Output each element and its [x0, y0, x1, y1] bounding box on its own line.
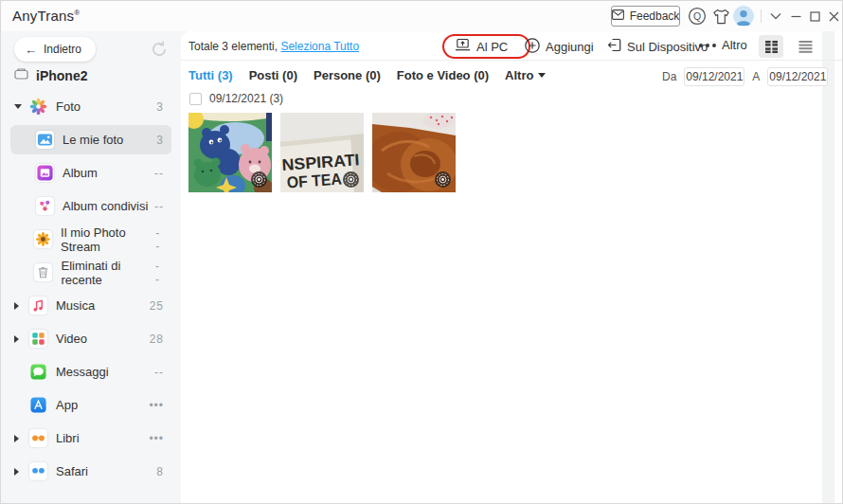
item-count: ••• [149, 432, 164, 445]
live-photo-icon [435, 171, 451, 188]
photos-app-icon [29, 98, 47, 116]
sidebar-item-label: Le mie foto [63, 133, 123, 147]
sidebar-item-messaggi[interactable]: Messaggi -- [1, 355, 181, 388]
sidebar-item-libri[interactable]: Libri ••• [1, 422, 181, 455]
tab-altro-label: Altro [505, 68, 533, 82]
more-label: Altro [722, 38, 747, 52]
main-toolbar: Totale 3 elementi, Seleziona Tutto Al PC… [181, 31, 842, 61]
feedback-button[interactable]: Feedback [611, 6, 680, 27]
select-all-link[interactable]: Seleziona Tutto [280, 40, 359, 53]
category-tabs: Tutti (3) Posti (0) Persone (0) Foto e V… [188, 68, 546, 82]
tab-altro[interactable]: Altro [505, 68, 546, 82]
plus-circle-icon [525, 38, 540, 56]
sidebar-item-label: Album condivisi [63, 199, 148, 213]
sidebar-item-foto[interactable]: Foto 3 [1, 90, 181, 123]
sidebar-item-label: Libri [56, 431, 80, 445]
expand-arrow-icon[interactable] [14, 104, 29, 109]
item-count: 25 [150, 299, 164, 313]
minimize-button[interactable] [785, 6, 806, 27]
back-label: Indietro [44, 43, 81, 56]
tab-foto-e-video[interactable]: Foto e Video (0) [397, 68, 489, 82]
sidebar-item-label: Foto [56, 99, 81, 114]
expand-arrow-icon[interactable] [14, 468, 29, 476]
item-count: ••• [149, 399, 164, 412]
photo-stream-icon [34, 230, 52, 248]
shared-album-icon [36, 197, 54, 215]
date-from-label: Da [662, 70, 676, 83]
sidebar-item-label: Album [63, 166, 98, 180]
sidebar-item-eliminati[interactable]: Eliminati di recente -- [1, 256, 181, 289]
tab-tutti[interactable]: Tutti (3) [188, 68, 233, 82]
back-button[interactable]: ← Indietro [14, 37, 96, 62]
titlebar: AnyTrans® Feedback Q [1, 1, 842, 31]
support-q-icon[interactable]: Q [687, 6, 708, 27]
on-device-label: Sul Dispositivo [627, 40, 708, 54]
sidebar-item-musica[interactable]: Musica 25 [1, 289, 181, 322]
grid-view-button[interactable] [759, 35, 783, 58]
trash-icon [34, 263, 52, 281]
collapse-window-icon[interactable] [765, 6, 786, 27]
app-logo: AnyTrans® [12, 8, 80, 24]
on-device-button[interactable]: Sul Dispositivo [607, 38, 708, 55]
titlebar-divider [761, 9, 762, 23]
date-from-input[interactable] [684, 67, 744, 86]
tab-persone[interactable]: Persone (0) [314, 68, 381, 82]
expand-arrow-icon[interactable] [14, 435, 29, 442]
item-count: -- [155, 260, 164, 286]
to-pc-label: Al PC [476, 40, 508, 54]
import-to-device-icon [607, 38, 621, 55]
sidebar-item-label: Eliminati di recente [61, 259, 154, 287]
music-icon [29, 297, 47, 315]
more-button[interactable]: Altro [699, 38, 747, 52]
close-button[interactable] [823, 6, 843, 27]
sidebar: ← Indietro iPhone2 Foto 3 [1, 31, 181, 503]
maximize-button[interactable] [804, 6, 825, 27]
anytrans-window: AnyTrans® Feedback Q [0, 0, 843, 504]
sidebar-nav: Foto 3 Le mie foto 3 Album -- [1, 90, 181, 488]
messages-icon [29, 363, 47, 381]
album-icon [36, 164, 54, 182]
books-icon [29, 429, 47, 447]
caret-down-icon [538, 73, 546, 78]
filter-bar: Tutti (3) Posti (0) Persone (0) Foto e V… [181, 62, 842, 91]
main-panel: Totale 3 elementi, Seleziona Tutto Al PC… [181, 31, 842, 503]
date-to-input[interactable] [767, 67, 828, 86]
photo-thumbnail-bears[interactable] [188, 113, 272, 192]
my-photos-icon [36, 131, 54, 149]
selection-summary: Totale 3 elementi, Seleziona Tutto [188, 40, 359, 53]
to-pc-button[interactable]: Al PC [455, 38, 508, 55]
theme-skin-icon[interactable] [710, 6, 731, 27]
device-header[interactable]: iPhone2 [14, 68, 87, 83]
sidebar-item-app[interactable]: App ••• [1, 388, 181, 422]
safari-icon [29, 462, 47, 480]
add-button[interactable]: Aggiungi [525, 38, 594, 56]
group-checkbox[interactable] [189, 93, 202, 105]
sidebar-item-photo-stream[interactable]: Il mio Photo Stream -- [1, 223, 181, 256]
appstore-icon [29, 396, 47, 414]
list-view-button[interactable] [793, 35, 817, 58]
sidebar-item-video[interactable]: Video 28 [1, 322, 181, 355]
sidebar-item-album-condivisi[interactable]: Album condivisi -- [1, 189, 181, 223]
add-label: Aggiungi [546, 40, 594, 54]
photo-thumbnail-tea-box[interactable]: NSPIRATI OF TEA [280, 113, 364, 192]
live-photo-icon [251, 171, 267, 188]
tab-posti[interactable]: Posti (0) [249, 68, 297, 82]
device-name: iPhone2 [36, 68, 87, 83]
more-dots-icon [699, 44, 716, 47]
feedback-label: Feedback [630, 9, 680, 23]
sidebar-item-le-mie-foto[interactable]: Le mie foto 3 [1, 123, 181, 156]
refresh-icon[interactable] [150, 40, 169, 59]
scrollbar[interactable] [822, 31, 834, 503]
sidebar-item-safari[interactable]: Safari 8 [1, 455, 181, 488]
item-count: 3 [156, 134, 164, 147]
expand-arrow-icon[interactable] [14, 302, 29, 310]
photo-grid: NSPIRATI OF TEA [188, 113, 456, 192]
item-count: -- [154, 167, 164, 180]
photo-thumbnail-knit[interactable] [372, 113, 456, 192]
item-count: 8 [156, 465, 164, 478]
mail-icon [612, 9, 624, 23]
item-count: -- [154, 366, 164, 379]
expand-arrow-icon[interactable] [14, 335, 29, 343]
account-avatar[interactable] [733, 6, 754, 27]
sidebar-item-album[interactable]: Album -- [1, 156, 181, 189]
